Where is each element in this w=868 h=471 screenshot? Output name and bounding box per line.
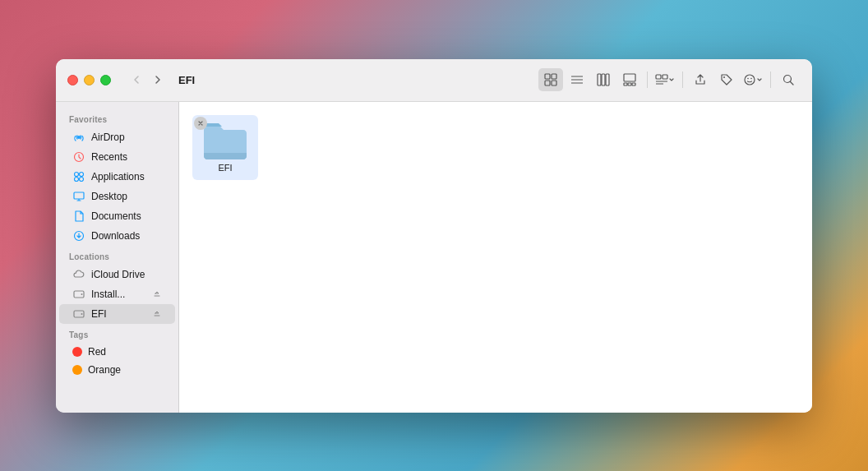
folder-icon <box>202 122 248 159</box>
svg-point-19 <box>745 75 755 85</box>
svg-point-27 <box>80 172 84 176</box>
svg-rect-2 <box>545 81 550 85</box>
install-label: Install... <box>91 289 125 300</box>
recents-label: Recents <box>91 151 127 163</box>
group-dropdown-icon <box>668 76 675 83</box>
share-icon <box>694 73 707 86</box>
sidebar-item-icloud[interactable]: iCloud Drive <box>59 265 175 284</box>
desktop-icon <box>72 190 85 203</box>
orange-tag-label: Orange <box>88 364 121 376</box>
forward-button[interactable] <box>149 71 167 89</box>
svg-rect-7 <box>598 74 601 85</box>
separator-2 <box>682 72 683 88</box>
sidebar-item-install[interactable]: Install... <box>59 284 175 304</box>
main-content: Favorites AirDrop <box>56 102 812 413</box>
sidebar-item-applications[interactable]: Applications <box>59 167 175 187</box>
svg-rect-8 <box>602 74 605 85</box>
gallery-view-icon <box>623 73 636 86</box>
red-tag-label: Red <box>88 346 106 358</box>
list-view-icon <box>570 73 584 86</box>
sidebar-item-airdrop[interactable]: AirDrop <box>59 127 175 147</box>
svg-point-21 <box>750 78 752 80</box>
svg-point-20 <box>747 78 749 80</box>
svg-point-37 <box>81 313 83 315</box>
efi-eject-icon <box>152 309 162 319</box>
documents-label: Documents <box>91 210 141 222</box>
svg-rect-14 <box>656 75 661 79</box>
downloads-icon <box>72 229 85 242</box>
sidebar: Favorites AirDrop <box>56 102 179 413</box>
icloud-label: iCloud Drive <box>91 269 145 280</box>
svg-point-26 <box>75 172 79 176</box>
svg-rect-12 <box>628 83 631 85</box>
svg-point-35 <box>81 293 83 295</box>
chevron-right-icon <box>152 74 164 85</box>
eject-icon <box>152 289 162 299</box>
title-bar: EFI <box>56 59 812 102</box>
file-item-efi[interactable]: EFI <box>192 115 258 180</box>
minimize-button[interactable] <box>84 75 95 85</box>
svg-rect-13 <box>632 83 635 85</box>
tag-button[interactable] <box>714 68 739 91</box>
efi-sidebar-label: EFI <box>91 308 107 320</box>
svg-line-23 <box>791 82 794 85</box>
toolbar-controls <box>538 68 801 91</box>
maximize-button[interactable] <box>100 75 111 85</box>
group-button[interactable] <box>653 68 677 91</box>
view-list-button[interactable] <box>565 68 589 91</box>
tags-label: Tags <box>56 324 178 343</box>
search-icon <box>782 73 795 86</box>
icloud-icon <box>72 268 85 281</box>
group-icon <box>655 73 668 86</box>
recents-icon <box>72 150 85 164</box>
sidebar-item-recents[interactable]: Recents <box>59 147 175 167</box>
svg-rect-0 <box>545 74 550 79</box>
grid-view-icon <box>544 73 557 86</box>
orange-tag-dot <box>72 365 82 375</box>
window-title: EFI <box>178 74 195 86</box>
sidebar-item-tag-red[interactable]: Red <box>59 343 175 361</box>
sidebar-item-desktop[interactable]: Desktop <box>59 187 175 206</box>
applications-label: Applications <box>91 171 145 182</box>
svg-point-29 <box>80 177 84 181</box>
documents-icon <box>72 210 85 223</box>
svg-rect-11 <box>624 83 627 85</box>
file-efi-label: EFI <box>218 163 232 173</box>
locations-label: Locations <box>56 246 178 265</box>
view-gallery-button[interactable] <box>617 68 642 91</box>
traffic-lights <box>67 75 111 85</box>
desktop-label: Desktop <box>91 191 127 202</box>
sidebar-item-tag-orange[interactable]: Orange <box>59 361 175 379</box>
file-close-button[interactable] <box>194 117 207 130</box>
separator-1 <box>647 72 648 88</box>
separator-3 <box>770 72 771 88</box>
emoji-dropdown-icon <box>756 76 763 83</box>
install-drive-icon <box>72 288 85 301</box>
view-column-button[interactable] <box>591 68 616 91</box>
svg-rect-10 <box>624 74 635 81</box>
efi-drive-icon <box>72 307 85 321</box>
chevron-left-icon <box>131 74 142 85</box>
airdrop-label: AirDrop <box>91 132 125 143</box>
red-tag-dot <box>72 347 82 357</box>
svg-rect-1 <box>552 74 556 79</box>
favorites-label: Favorites <box>56 109 178 127</box>
svg-rect-9 <box>606 74 609 85</box>
emoji-button[interactable] <box>741 68 765 91</box>
svg-rect-3 <box>552 81 556 85</box>
sidebar-item-documents[interactable]: Documents <box>59 206 175 226</box>
file-area[interactable]: EFI <box>179 102 812 413</box>
applications-icon <box>72 170 85 183</box>
downloads-label: Downloads <box>91 230 140 242</box>
nav-buttons <box>127 71 167 89</box>
smiley-icon <box>743 73 756 86</box>
view-icon-grid-button[interactable] <box>538 68 563 91</box>
sidebar-item-efi[interactable]: EFI <box>59 304 175 324</box>
share-button[interactable] <box>688 68 713 91</box>
back-button[interactable] <box>127 71 145 89</box>
airdrop-icon <box>72 131 85 144</box>
close-button[interactable] <box>67 75 78 85</box>
svg-rect-30 <box>74 192 84 199</box>
sidebar-item-downloads[interactable]: Downloads <box>59 226 175 246</box>
search-button[interactable] <box>776 68 801 91</box>
